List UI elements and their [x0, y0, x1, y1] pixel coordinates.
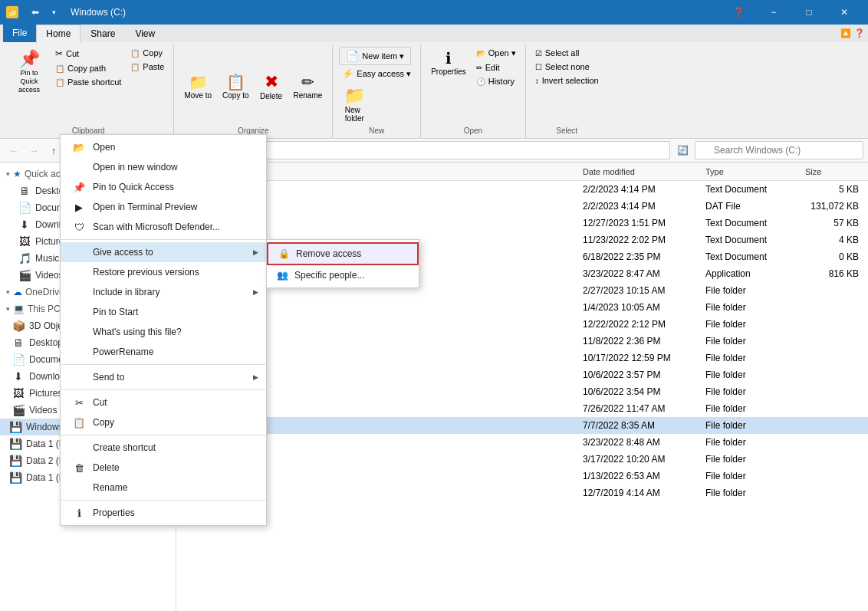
data2f-icon: 💾	[9, 455, 21, 467]
open-label: Open	[427, 125, 519, 136]
restore-icon	[73, 266, 85, 278]
table-row[interactable]: ☐📁ShareOldPC 3/17/2022 10:20 AM File fol…	[176, 451, 868, 468]
pin-start-icon	[73, 306, 85, 318]
select-none-btn[interactable]: ☐Select none	[532, 61, 593, 73]
table-row[interactable]: ☐📁PerfLogs 12/7/2019 4:14 AM File folder	[176, 485, 868, 501]
ctx-open-terminal[interactable]: ▶ Open in Terminal Preview	[61, 197, 266, 217]
ctx-cut[interactable]: ✂ Cut	[61, 393, 266, 412]
rename-btn[interactable]: ✏ Rename	[290, 71, 327, 102]
ctx-open[interactable]: 📂 Open	[61, 137, 266, 157]
documents-icon: 📄	[18, 202, 31, 214]
specific-people-icon: 👥	[276, 269, 288, 281]
title-bar: 📁 ⬅ ▾ Windows (C:) ❓ − □ ✕	[0, 0, 868, 25]
table-row[interactable]: ☐📄 12/27/2023 1:51 PM Text Document 57 K…	[176, 215, 868, 232]
open-icon: 📂	[73, 141, 85, 153]
new-item-btn[interactable]: 📄New item ▾	[339, 47, 411, 65]
properties-icon: ℹ	[73, 507, 85, 519]
refresh-btn[interactable]: 🔄	[673, 141, 692, 159]
table-row[interactable]: ☐📁 10/17/2022 12:59 PM File folder	[176, 350, 868, 366]
desktop-icon: 🖥	[18, 185, 31, 197]
title-bar-dropdown[interactable]: ▾	[48, 0, 60, 25]
delete-icon: 🗑	[73, 462, 85, 474]
submenu-remove-access[interactable]: 🔒 Remove access	[267, 242, 419, 265]
history-btn[interactable]: 🕐History	[473, 75, 519, 87]
ctx-delete[interactable]: 🗑 Delete	[61, 458, 266, 478]
maximize-btn[interactable]: □	[791, 0, 827, 25]
invert-selection-btn[interactable]: ↕Invert selection	[532, 74, 602, 87]
new-label: New	[339, 125, 414, 136]
ctx-copy[interactable]: 📋 Copy	[61, 412, 266, 432]
easy-access-btn[interactable]: ⚡Easy access ▾	[339, 67, 414, 80]
open-new-window-icon	[73, 161, 85, 173]
back-btn[interactable]: ←	[5, 141, 23, 159]
help-btn[interactable]: ❓	[721, 0, 756, 25]
ctx-send-to[interactable]: Send to	[61, 367, 266, 387]
table-row[interactable]: ☐📁files (x86) 10/6/2022 3:57 PM File fol…	[176, 366, 868, 383]
ctx-give-access[interactable]: Give access to 🔒 Remove access 👥 Specifi…	[61, 242, 266, 262]
search-input[interactable]	[695, 141, 863, 159]
table-row[interactable]: ☐📁files 11/8/2022 2:36 PM File folder	[176, 333, 868, 350]
table-row[interactable]: ☐📁xampp 1/13/2022 6:53 AM File folder	[176, 468, 868, 485]
copy-path-btn[interactable]: 📋Copy path	[52, 62, 124, 74]
ctx-create-shortcut[interactable]: Create shortcut	[61, 438, 266, 458]
ctx-rename[interactable]: Rename	[61, 478, 266, 498]
pin-quick-access-btn[interactable]: 📌 Pin to Quickaccess	[9, 47, 49, 96]
pictures-icon: 🖼	[18, 235, 31, 248]
close-btn[interactable]: ✕	[827, 0, 862, 25]
copy-to-btn[interactable]: 📋 Copy to	[219, 71, 252, 102]
cut-btn[interactable]: ✂Cut	[52, 47, 124, 61]
header-date[interactable]: Date modified	[577, 165, 699, 179]
table-row[interactable]: ☐📁 1/4/2023 10:05 AM File folder	[176, 299, 868, 316]
ctx-scan-defender[interactable]: 🛡 Scan with Microsoft Defender...	[61, 217, 266, 237]
select-all-btn[interactable]: ☑Select all	[532, 47, 583, 59]
rename-icon	[73, 481, 85, 494]
ctx-whats-using[interactable]: What's using this file?	[61, 322, 266, 342]
ctx-pin-start[interactable]: Pin to Start	[61, 302, 266, 322]
edit-btn[interactable]: ✏Edit	[473, 61, 519, 74]
file-list: Name ▾ Date modified Type Size ☐📄 2/2/20…	[176, 163, 868, 611]
new-folder-btn[interactable]: 📁 Newfolder	[339, 84, 370, 125]
ribbon-collapse-btn[interactable]: 🔼	[840, 28, 851, 38]
delete-btn[interactable]: ✖ Delete	[256, 70, 287, 103]
table-row[interactable]: ☐📁 7/26/2022 11:47 AM File folder	[176, 400, 868, 417]
sidebar-pictures2-label: Pictures	[29, 388, 62, 399]
ctx-include-library[interactable]: Include in library	[61, 282, 266, 302]
ctx-power-rename[interactable]: PowerRename	[61, 342, 266, 362]
table-row[interactable]: ☐📁PSTools 3/23/2022 8:48 AM File folder	[176, 434, 868, 451]
ctx-properties[interactable]: ℹ Properties	[61, 503, 266, 523]
ctx-restore-versions[interactable]: Restore previous versions	[61, 262, 266, 282]
header-size[interactable]: Size	[799, 165, 868, 179]
table-row[interactable]: ☐📁dateBlocks 10/6/2022 3:54 PM File fold…	[176, 383, 868, 400]
properties-btn[interactable]: ℹ Properties	[427, 47, 470, 78]
quick-access-btn[interactable]: ⬅	[23, 0, 48, 25]
move-to-btn[interactable]: 📁 Move to	[180, 71, 215, 102]
header-type[interactable]: Type	[699, 165, 799, 179]
tab-share[interactable]: Share	[81, 25, 125, 42]
table-row[interactable]: ☐📄 2/2/2023 4:14 PM Text Document 5 KB	[176, 181, 868, 198]
forward-btn[interactable]: →	[25, 141, 43, 159]
paste-shortcut-btn[interactable]: 📋Paste shortcut	[52, 76, 124, 88]
sidebar-videos2-label: Videos	[29, 405, 57, 416]
documents2-icon: 📄	[12, 353, 25, 366]
tab-home[interactable]: Home	[36, 25, 81, 43]
sidebar-videos-label: Videos	[35, 270, 63, 281]
send-to-icon	[73, 371, 85, 383]
power-rename-icon	[73, 346, 85, 358]
minimize-btn[interactable]: −	[756, 0, 791, 25]
paste-btn[interactable]: 📋Paste	[127, 61, 167, 73]
tab-file[interactable]: File	[3, 25, 36, 42]
help-ribbon-btn[interactable]: ❓	[854, 28, 865, 38]
ctx-open-new-window[interactable]: Open in new window	[61, 157, 266, 177]
table-row[interactable]: ☐📄 2/2/2023 4:14 PM DAT File 131,072 KB	[176, 198, 868, 215]
open-btn[interactable]: 📂Open ▾	[473, 47, 519, 60]
tab-view[interactable]: View	[125, 25, 165, 42]
submenu-specific-people[interactable]: 👥 Specific people...	[267, 265, 419, 285]
table-row[interactable]: ☐📁 12/22/2022 2:12 PM File folder	[176, 316, 868, 333]
copy-icon: 📋	[73, 416, 85, 429]
ctx-pin-quick-access[interactable]: 📌 Pin to Quick Access	[61, 177, 266, 197]
ctx-divider-5	[61, 500, 266, 501]
copy-btn[interactable]: 📋Copy	[127, 47, 167, 59]
3d-icon: 📦	[12, 320, 25, 332]
open-group: ℹ Properties 📂Open ▾ ✏Edit 🕐History Open	[421, 45, 526, 138]
table-row-myshare[interactable]: ☑📁myShare 7/7/2022 8:35 AM File folder	[176, 417, 868, 434]
